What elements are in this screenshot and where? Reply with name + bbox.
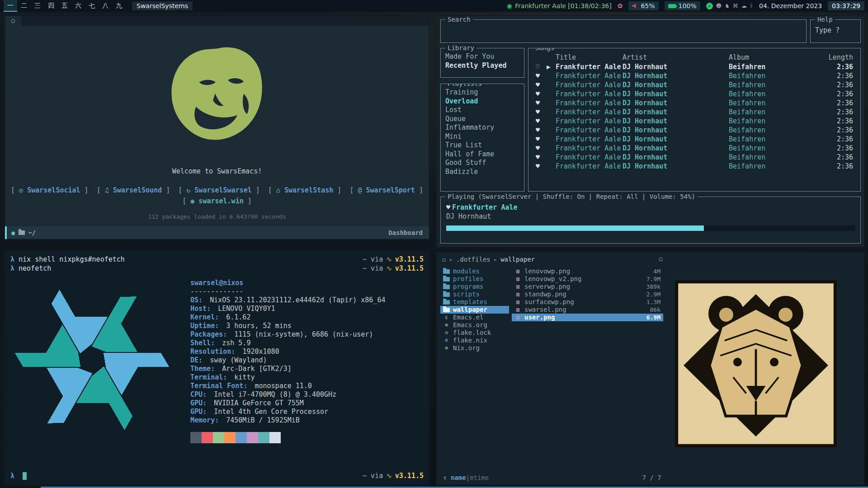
tray-icon[interactable]: ☁ [741,3,747,9]
tab-indicator-icon[interactable]: ▢ [659,256,662,262]
file-row[interactable]: ⊚ Emacs.org [440,321,509,329]
song-row[interactable]: ♥ Frankfurter Aale DJ Hornhaut Beifahren… [530,153,859,162]
song-row[interactable]: ♥ Frankfurter Aale DJ Hornhaut Beifahren… [530,108,859,117]
file-row[interactable]: ▨ surfacewp.png 1.3M [512,298,663,306]
workspace-button[interactable]: 七 [85,0,99,12]
tray-icon[interactable]: ✓ [706,3,713,9]
playlist-item[interactable]: Inflammatory [445,123,520,132]
workspace-button[interactable]: 六 [71,0,85,12]
heart-icon[interactable]: ♥ [536,71,547,80]
liked-icon[interactable]: ♥ [446,203,450,211]
song-row[interactable]: ♥ Frankfurter Aale DJ Hornhaut Beifahren… [530,99,859,108]
file-row[interactable]: ▨ user.png 6.9M [512,314,663,321]
file-row[interactable]: ▨ lenovowp.png 4M [512,267,663,275]
col-artist[interactable]: Artist [623,52,729,62]
workspace-button[interactable]: 四 [44,0,58,12]
playlist-item[interactable]: Queue [445,115,520,124]
seek-bar[interactable] [446,225,855,231]
dashboard-link-button[interactable]: ↻ SwarselSwarsel [178,186,260,194]
heart-icon[interactable]: ♥ [536,89,547,99]
song-row[interactable]: ♥ Frankfurter Aale DJ Hornhaut Beifahren… [530,144,859,153]
file-row[interactable]: ▨ swarsel.png 86k [512,306,663,314]
now-playing-module[interactable]: ◉ Frankfurter Aale [01:38/02:36] [507,2,612,9]
library-item[interactable]: Made For You [445,52,520,61]
heart-icon[interactable]: ♥ [536,108,547,117]
song-album: Beifahren [729,135,826,144]
file-row[interactable]: ≡ flake.lock [440,329,509,337]
file-row[interactable]: ❄ flake.nix [440,337,509,344]
playlist-item[interactable]: Lost [445,106,520,115]
file-row[interactable]: profiles [440,275,509,283]
tray-icon[interactable]: ᛒ [750,3,753,9]
workspace-button[interactable]: 一 [4,0,17,12]
playlist-item[interactable]: Overload [445,97,520,106]
song-row[interactable]: ♥ Frankfurter Aale DJ Hornhaut Beifahren… [530,126,859,135]
file-row[interactable]: templates [440,298,509,306]
tray-icon[interactable]: ⌘ [733,3,738,9]
palette-swatch [190,432,202,443]
library-item[interactable]: Recently Played [445,61,520,70]
file-row[interactable]: wallpaper [440,306,509,314]
playlist-item[interactable]: True List [445,141,520,150]
col-title[interactable]: Title [556,52,623,62]
dashboard-link-button[interactable]: ◎ SwarselSocial [11,186,89,194]
heart-icon[interactable]: ♥ [536,117,547,126]
song-artist: DJ Hornhaut [623,99,729,108]
song-row[interactable]: ♥ Frankfurter Aale DJ Hornhaut Beifahren… [530,135,859,144]
tray-icon[interactable]: ♞ [725,3,730,9]
tray-icon[interactable]: ☻ [716,3,722,9]
song-row[interactable]: ♥ Frankfurter Aale DJ Hornhaut Beifahren… [530,80,859,89]
file-row[interactable]: ▨ serverwp.png 389k [512,283,663,291]
workspace-button[interactable]: 八 [99,0,112,12]
swarsel-win-link[interactable]: ◉ swarsel.win [182,197,252,205]
sort-field[interactable]: name [451,474,466,481]
emacs-tab[interactable]: ▢ [5,16,21,26]
song-row[interactable]: ♥ Frankfurter Aale DJ Hornhaut Beifahren… [530,89,859,99]
playlist-item[interactable]: Training [445,88,520,97]
col-length[interactable]: Length [826,52,853,62]
sort-direction-icon[interactable]: ↑ [443,474,447,481]
breadcrumb-segment[interactable]: .dotfiles [456,256,491,263]
song-row[interactable]: ♥ Frankfurter Aale DJ Hornhaut Beifahren… [530,117,859,126]
workspace-button[interactable]: 九 [112,0,126,12]
file-icon: ⊚ [443,344,450,352]
breadcrumb-segment[interactable]: wallpaper [500,256,535,263]
search-box[interactable]: Search [440,19,807,43]
heart-icon[interactable]: ♡ [536,62,547,71]
col-album[interactable]: Album [729,52,826,62]
heart-icon[interactable]: ♥ [536,135,547,144]
dashboard-link-button[interactable]: ♫ SwarselSound [97,186,170,194]
file-row[interactable]: modules [440,267,509,275]
dashboard-link-button[interactable]: @ SwarselSport [349,186,423,194]
heart-icon[interactable]: ♥ [536,153,547,162]
dashboard-link-button[interactable]: ⌂ SwarselStash [268,186,342,194]
file-row[interactable]: ▨ standwp.png 2.9M [512,291,663,298]
song-row[interactable]: ♥ Frankfurter Aale DJ Hornhaut Beifahren… [530,162,859,171]
file-icon [443,285,450,289]
volume-module[interactable]: 65% [628,1,658,10]
file-row[interactable]: ⊚ Nix.org [440,344,509,352]
file-row[interactable]: ▨ lenovowp_v2.png 7.9M [512,275,663,283]
playlist-item[interactable]: Badizzle [445,168,520,177]
heart-icon[interactable]: ♥ [536,99,547,108]
playlist-item[interactable]: Good Stuff [445,159,520,168]
heart-icon[interactable]: ♥ [536,162,547,171]
heart-icon[interactable]: ♥ [536,126,547,135]
heart-icon[interactable]: ♥ [536,80,547,89]
workspace-button[interactable]: 二 [17,0,31,12]
workspace-button[interactable]: 三 [31,0,44,12]
workspace-button[interactable]: 五 [58,0,71,12]
song-row[interactable]: ♡ ▶ Frankfurter Aale DJ Hornhaut Beifahr… [530,62,859,71]
song-row[interactable]: ♥ Frankfurter Aale DJ Hornhaut Beifahren… [530,71,859,80]
home-icon[interactable]: ⌂ [442,256,446,263]
search-input[interactable] [444,23,802,39]
file-row[interactable]: scripts [440,291,509,298]
tray-flower-icon[interactable]: ✿ [618,2,623,9]
heart-icon[interactable]: ♥ [536,144,547,153]
file-row[interactable]: programs [440,283,509,291]
playlist-item[interactable]: Mini [445,132,520,141]
file-size: 6.9M [646,314,660,321]
playlist-item[interactable]: Hall of Fame [445,150,520,159]
shell-prompt[interactable]: λ [10,471,14,480]
file-row[interactable]: ε Emacs.el [440,314,509,321]
